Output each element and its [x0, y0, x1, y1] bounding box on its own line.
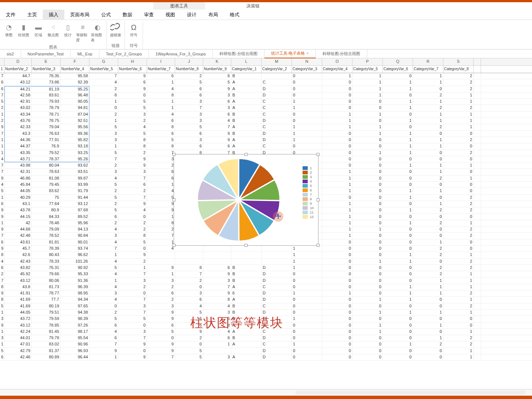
- cell[interactable]: [474, 105, 481, 111]
- cell[interactable]: D: [262, 131, 292, 137]
- cell[interactable]: 97.68: [61, 207, 89, 213]
- cell[interactable]: 0: [413, 348, 443, 354]
- cell[interactable]: 1: [352, 131, 383, 137]
- cell[interactable]: 1: [322, 233, 352, 239]
- cell[interactable]: 0: [352, 214, 383, 220]
- cell[interactable]: 77.91: [32, 137, 61, 143]
- cell[interactable]: [474, 92, 481, 98]
- cell[interactable]: 1: [352, 79, 383, 85]
- cell[interactable]: 1: [413, 188, 443, 194]
- cell[interactable]: 9: [0, 226, 4, 232]
- cell[interactable]: 5: [175, 354, 203, 360]
- cell[interactable]: 94.81: [61, 105, 89, 111]
- cell[interactable]: 0: [175, 341, 203, 347]
- cell[interactable]: 1: [322, 207, 352, 213]
- cell[interactable]: 0: [383, 246, 413, 252]
- cell[interactable]: 1: [292, 259, 322, 265]
- cell[interactable]: 0: [443, 323, 474, 328]
- cell[interactable]: 0: [322, 99, 352, 105]
- cell[interactable]: B: [231, 92, 262, 98]
- sheet-tab-1[interactable]: NonParameter_Test: [21, 50, 71, 58]
- cell[interactable]: D: [262, 348, 292, 354]
- cell[interactable]: 9: [0, 246, 4, 252]
- cell[interactable]: [175, 259, 203, 265]
- cell[interactable]: 0: [352, 118, 383, 124]
- cell[interactable]: 1: [383, 297, 413, 303]
- cell[interactable]: 1: [292, 105, 322, 111]
- cell[interactable]: 0: [443, 316, 474, 322]
- cell[interactable]: 1: [147, 182, 175, 188]
- cell[interactable]: 2: [443, 303, 474, 309]
- cell[interactable]: 5: [89, 316, 118, 322]
- cell[interactable]: 1: [443, 175, 474, 181]
- table-row[interactable]: 945.778.3993.74704100020: [0, 246, 532, 252]
- cell[interactable]: 84.33: [32, 214, 61, 220]
- cell[interactable]: 2: [413, 341, 443, 347]
- cell[interactable]: 42.43: [4, 259, 32, 265]
- cell[interactable]: 0: [413, 329, 443, 335]
- cell[interactable]: 2: [118, 284, 147, 290]
- cell[interactable]: 1: [443, 310, 474, 316]
- cell[interactable]: 0: [322, 310, 352, 316]
- cell[interactable]: 5: [147, 329, 175, 335]
- cell[interactable]: 0: [352, 290, 383, 296]
- cell[interactable]: [474, 303, 481, 309]
- cell[interactable]: 80.19: [32, 303, 61, 309]
- cell[interactable]: [474, 156, 481, 162]
- cell[interactable]: 1: [413, 290, 443, 296]
- table-row[interactable]: 144.3677.9195.8238539AD100112: [0, 137, 532, 143]
- cell[interactable]: [474, 259, 481, 265]
- cell[interactable]: [474, 323, 481, 328]
- cell[interactable]: 0: [383, 201, 413, 207]
- context-tab-decision[interactable]: 决策链: [227, 2, 279, 10]
- cell[interactable]: 0: [292, 143, 322, 149]
- field-header-2[interactable]: NumberVar_3: [32, 66, 61, 73]
- cell[interactable]: B: [231, 131, 262, 137]
- cell[interactable]: 1: [383, 99, 413, 105]
- cell[interactable]: 78.75: [32, 118, 61, 124]
- field-header-13[interactable]: CategoryVar_5: [352, 66, 383, 73]
- cell[interactable]: 5: [118, 105, 147, 111]
- menu-视图[interactable]: 视图: [160, 10, 181, 20]
- table-row[interactable]: 541.6980.1997.6503344BC000002: [0, 303, 532, 310]
- cell[interactable]: 78.37: [32, 156, 61, 162]
- cell[interactable]: 0: [322, 79, 352, 85]
- cell[interactable]: 1: [89, 118, 118, 124]
- cell[interactable]: 0: [383, 303, 413, 309]
- cell[interactable]: 8: [147, 220, 175, 226]
- cell[interactable]: 0: [352, 278, 383, 284]
- cell[interactable]: 0: [352, 195, 383, 201]
- cell[interactable]: 44.7: [4, 73, 32, 79]
- cell[interactable]: 6: [147, 118, 175, 124]
- cell[interactable]: 1: [443, 92, 474, 98]
- cell[interactable]: 3: [89, 169, 118, 175]
- sheet-tab-3[interactable]: Test_For_2_Groups: [99, 50, 149, 58]
- cell[interactable]: 0: [322, 316, 352, 322]
- cell[interactable]: 97.26: [61, 323, 89, 328]
- resize-handle-lm[interactable]: [173, 198, 175, 201]
- cell[interactable]: 3: [89, 290, 118, 296]
- cell[interactable]: 42.79: [4, 348, 32, 354]
- cell[interactable]: 81.19: [32, 86, 61, 92]
- table-row[interactable]: 643.8276.3190.9251986BD100022: [0, 265, 532, 271]
- cell[interactable]: 0: [322, 259, 352, 265]
- cell[interactable]: 2: [443, 259, 474, 265]
- chart-type-3[interactable]: ⁖散点图: [46, 21, 61, 44]
- col-letter-M[interactable]: M: [262, 58, 292, 65]
- cell[interactable]: C: [262, 143, 292, 149]
- cell[interactable]: [262, 246, 292, 252]
- field-header-14[interactable]: CategoryVar_6: [383, 66, 413, 73]
- cell[interactable]: 43.02: [4, 105, 32, 111]
- cell[interactable]: [203, 252, 231, 258]
- cell[interactable]: 0: [383, 323, 413, 328]
- cell[interactable]: 6: [147, 290, 175, 296]
- cell[interactable]: 5: [89, 207, 118, 213]
- menu-设计[interactable]: 设计: [181, 10, 202, 20]
- cell[interactable]: 101.26: [61, 259, 89, 265]
- sheet-tab-7[interactable]: 科研绘图-分组云雨图: [316, 50, 368, 58]
- cell[interactable]: [147, 259, 175, 265]
- cell[interactable]: 1: [383, 290, 413, 296]
- cell[interactable]: 1: [413, 335, 443, 341]
- cell[interactable]: 80.04: [32, 163, 61, 168]
- table-row[interactable]: 542.7981.3796.939095D000001: [0, 348, 532, 354]
